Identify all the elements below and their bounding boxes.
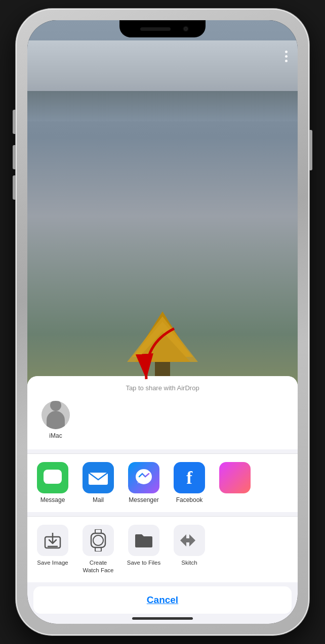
phone-screen: Tap to share with AirDrop iMac (27, 20, 298, 624)
airdrop-section[interactable]: Tap to share with AirDrop iMac (27, 376, 298, 449)
mail-app-icon (83, 462, 114, 493)
avatar-silhouette (47, 411, 65, 429)
action-item-save-image[interactable]: Save Image (32, 525, 73, 567)
action-item-skitch[interactable]: Skitch (169, 525, 210, 567)
app-item-message[interactable]: Message (32, 462, 73, 504)
notch (119, 20, 206, 37)
messenger-app-icon (128, 462, 159, 493)
facebook-app-label: Facebook (176, 496, 203, 504)
phone-frame: Tap to share with AirDrop iMac (16, 9, 309, 635)
roof-edge (27, 91, 298, 121)
home-indicator[interactable] (132, 617, 193, 620)
message-app-label: Message (40, 496, 65, 504)
app-item-messenger[interactable]: Messenger (124, 462, 164, 504)
cancel-button[interactable]: Cancel (42, 594, 283, 606)
skitch-icon (174, 525, 205, 556)
share-sheet-content: Tap to share with AirDrop iMac (27, 376, 298, 624)
create-watch-face-label: CreateWatch Face (83, 559, 114, 574)
messenger-app-label: Messenger (129, 496, 158, 504)
mail-app-label: Mail (93, 496, 104, 504)
svg-marker-4 (127, 316, 198, 362)
create-watch-face-icon (83, 525, 114, 556)
actions-section: Save Image (27, 517, 298, 582)
apps-row: Message Mail (32, 462, 293, 504)
skitch-label: Skitch (181, 559, 197, 567)
facebook-f-logo: f (186, 467, 192, 488)
share-sheet: Tap to share with AirDrop iMac (27, 376, 298, 624)
svg-point-16 (93, 535, 103, 545)
save-image-label: Save Image (37, 559, 68, 567)
dot-1 (285, 51, 288, 53)
airdrop-device-imac[interactable]: iMac (42, 401, 70, 439)
actions-row: Save Image (32, 525, 293, 574)
camera-icon (183, 26, 189, 32)
message-app-icon (37, 462, 68, 493)
three-dots-menu[interactable] (285, 51, 288, 62)
save-image-icon (37, 525, 68, 556)
airdrop-device-name: iMac (49, 432, 62, 439)
dot-3 (285, 60, 288, 62)
action-item-save-to-files[interactable]: Save to Files (124, 525, 164, 567)
save-to-files-label: Save to Files (127, 559, 160, 567)
app-item-facebook[interactable]: f Facebook (169, 462, 210, 504)
app-item-mail[interactable]: Mail (78, 462, 118, 504)
svg-rect-6 (44, 470, 62, 484)
airdrop-label: Tap to share with AirDrop (37, 384, 288, 392)
dot-2 (285, 55, 288, 58)
save-to-files-icon (128, 525, 159, 556)
action-item-create-watch-face[interactable]: CreateWatch Face (78, 525, 118, 574)
speaker-icon (140, 27, 171, 31)
apps-section: Message Mail (27, 454, 298, 513)
background-photo (27, 20, 298, 412)
facebook-app-icon: f (174, 462, 205, 493)
app-item-more[interactable] (215, 462, 255, 493)
airdrop-avatar (42, 401, 70, 429)
svg-marker-18 (180, 534, 195, 546)
svg-point-9 (136, 469, 152, 484)
screen-content: Tap to share with AirDrop iMac (27, 20, 298, 624)
cancel-container: Cancel (33, 586, 292, 614)
airdrop-devices-row: iMac (37, 399, 288, 441)
more-app-icon (219, 462, 251, 493)
